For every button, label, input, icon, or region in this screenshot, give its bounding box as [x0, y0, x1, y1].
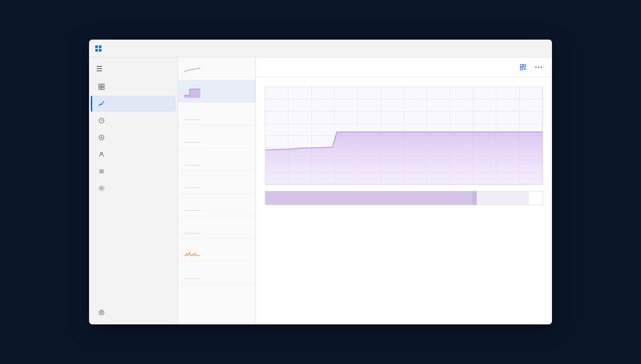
memory-chart: // Generate grid cells const grid = docu… — [265, 87, 543, 185]
svg-rect-25 — [520, 65, 523, 67]
run-new-task-button[interactable] — [516, 62, 532, 72]
sidebar-item-users[interactable] — [91, 146, 176, 162]
svg-rect-3 — [99, 49, 101, 52]
memory-chart-svg — [265, 87, 543, 186]
stat-non-paged — [320, 216, 369, 217]
processes-icon — [98, 83, 105, 90]
svg-rect-27 — [520, 68, 523, 70]
svg-rect-7 — [102, 87, 104, 89]
device-item-disk3[interactable] — [178, 171, 256, 194]
disk0-mini-chart — [184, 108, 200, 121]
stats-section — [265, 211, 543, 217]
comp-modified — [472, 191, 477, 205]
composition-bar — [265, 191, 543, 205]
stat-in-use — [265, 211, 313, 212]
stat-paged-pool — [265, 216, 313, 217]
disk4-mini-chart — [184, 199, 200, 211]
panel-body: // Generate grid cells const grid = docu… — [256, 77, 552, 324]
disk1-mini-chart — [184, 131, 200, 143]
stat-cached — [431, 211, 480, 212]
panel-header — [256, 57, 552, 77]
app-icon — [94, 44, 102, 53]
titlebar — [89, 40, 552, 57]
sidebar-item-performance[interactable] — [91, 96, 176, 112]
window-controls — [485, 41, 547, 56]
svg-point-16 — [101, 311, 102, 313]
svg-rect-4 — [99, 84, 101, 86]
main-content: ☰ — [89, 57, 552, 324]
comp-free — [529, 191, 543, 205]
right-panel: // Generate grid cells const grid = docu… — [256, 57, 552, 324]
ethernet2-mini-chart — [184, 267, 200, 279]
svg-rect-26 — [523, 65, 526, 67]
device-item-disk2[interactable] — [178, 148, 256, 171]
disk2-mini-chart — [184, 154, 200, 166]
device-item-ethernet2[interactable] — [178, 262, 256, 284]
comp-in-use — [265, 191, 472, 205]
maximize-button[interactable] — [506, 41, 526, 56]
hamburger-button[interactable]: ☰ — [89, 61, 178, 77]
svg-point-32 — [541, 66, 542, 68]
close-button[interactable] — [526, 41, 547, 56]
device-item-ethernet1[interactable] — [178, 239, 256, 262]
ethernet1-mini-chart — [184, 244, 200, 257]
device-item-disk4[interactable] — [178, 194, 256, 216]
settings-icon — [98, 309, 105, 316]
svg-rect-0 — [95, 45, 98, 48]
svg-marker-17 — [184, 89, 200, 98]
disk3-mini-chart — [184, 176, 200, 189]
svg-point-30 — [536, 66, 537, 68]
device-item-disk5[interactable] — [178, 216, 256, 239]
svg-rect-6 — [99, 87, 101, 89]
services-icon — [98, 185, 105, 192]
more-options-button[interactable] — [532, 61, 545, 73]
stat-available — [320, 211, 369, 212]
sidebar-item-app-history[interactable] — [91, 113, 176, 129]
app-history-icon — [98, 117, 105, 124]
sidebar-item-details[interactable] — [91, 163, 176, 179]
cpu-mini-chart — [184, 63, 200, 75]
svg-marker-33 — [265, 132, 543, 186]
right-stats — [491, 211, 543, 217]
memory-mini-chart — [184, 85, 200, 98]
task-manager-window: ☰ — [89, 40, 552, 324]
device-item-memory[interactable] — [178, 80, 256, 103]
svg-rect-2 — [95, 49, 98, 52]
svg-rect-5 — [102, 84, 104, 86]
sidebar-item-settings[interactable] — [91, 304, 176, 320]
sidebar-item-startup-apps[interactable] — [91, 129, 176, 146]
disk5-mini-chart — [184, 222, 200, 234]
sidebar-item-services[interactable] — [91, 180, 176, 196]
left-stats — [265, 211, 480, 217]
device-item-disk1[interactable] — [178, 125, 256, 148]
device-item-cpu[interactable] — [178, 57, 256, 80]
startup-icon — [98, 134, 105, 141]
stat-committed — [376, 211, 425, 212]
svg-point-10 — [101, 152, 103, 154]
sidebar-item-processes[interactable] — [91, 79, 176, 95]
svg-point-15 — [99, 186, 104, 191]
svg-point-31 — [538, 66, 540, 68]
device-item-disk0[interactable] — [178, 103, 256, 125]
users-icon — [98, 151, 105, 158]
run-task-icon — [520, 64, 526, 70]
device-panel — [178, 57, 256, 324]
details-icon — [98, 168, 105, 175]
minimize-button[interactable] — [485, 41, 506, 56]
comp-standby — [477, 191, 529, 205]
performance-icon — [98, 100, 105, 107]
svg-rect-1 — [99, 45, 101, 48]
sidebar: ☰ — [89, 57, 178, 324]
svg-point-14 — [101, 187, 102, 189]
stats-grid — [265, 211, 480, 217]
more-icon — [535, 66, 542, 68]
svg-point-9 — [99, 135, 104, 140]
